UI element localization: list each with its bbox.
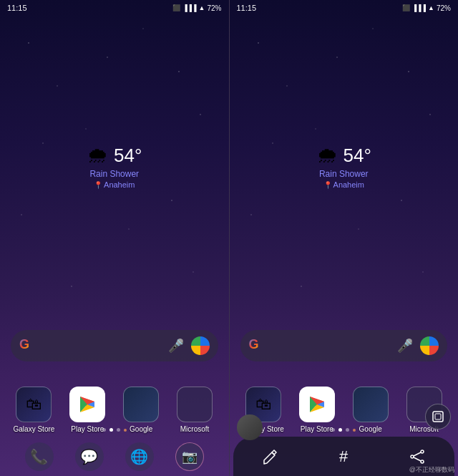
svg-line-7 — [414, 457, 421, 461]
messages-icon: 💬 — [80, 448, 98, 465]
watermark: @不正经聊数码 — [409, 465, 454, 475]
share-icon — [409, 449, 425, 465]
google-icon-left[interactable] — [123, 387, 159, 422]
play-store-label-right: Play Store — [301, 425, 333, 433]
google-container-left[interactable]: Google — [118, 387, 165, 433]
play-icon-inner-left — [69, 387, 105, 422]
play-store-icon-right[interactable] — [299, 387, 335, 422]
right-phone-screen: 11:15 ⬛ ▐▐▐ ▲ 72% 🌧 54° Rain Shower 📍 An… — [230, 0, 459, 476]
weather-temp-right: 54° — [344, 145, 371, 167]
svg-point-5 — [411, 455, 414, 458]
phone-dock-icon-left[interactable]: 📞 — [25, 442, 54, 471]
svg-line-6 — [414, 452, 421, 456]
weather-desc-right: Rain Shower — [319, 169, 369, 179]
wifi-icon: ▲ — [199, 4, 205, 11]
weather-main-left: 🌧 54° — [87, 143, 142, 167]
play-store-icon-left[interactable] — [69, 387, 105, 422]
wifi-icon-right: ▲ — [428, 4, 434, 11]
google-label-left: Google — [130, 425, 152, 433]
play-svg-left — [77, 394, 97, 414]
svg-point-3 — [421, 450, 424, 453]
microsoft-icon-left[interactable] — [177, 387, 213, 422]
weather-widget-left: 🌧 54° Rain Shower 📍 Anaheim — [87, 143, 142, 189]
dot-r-orange — [353, 429, 356, 432]
search-bar-right[interactable]: G 🎤 — [240, 330, 448, 361]
status-time-right: 11:15 — [237, 4, 257, 12]
signal-icon-right: ▐▐▐ — [412, 4, 426, 11]
galaxy-bag-icon-right: 🛍 — [255, 395, 271, 414]
dot-orange — [124, 429, 127, 432]
chrome-icon: 🌐 — [130, 448, 148, 465]
phone-icon: 📞 — [30, 448, 48, 465]
dot-active — [109, 428, 113, 432]
screenshot-icon — [432, 410, 444, 423]
mic-icon-right[interactable]: 🎤 — [397, 338, 413, 354]
dot-r3 — [346, 428, 349, 432]
weather-location-right: 📍 Anaheim — [323, 180, 364, 189]
galaxy-store-icon-left[interactable]: 🛍 — [16, 387, 52, 422]
svg-rect-1 — [433, 412, 443, 422]
status-bar-left: 11:15 ⬛ ▐▐▐ ▲ 72% — [0, 0, 229, 16]
weather-icon-left: 🌧 — [87, 143, 108, 167]
galaxy-store-label-left: Galaxy Store — [14, 425, 55, 433]
dot-r-active — [338, 428, 342, 432]
hashtag-toolbar-btn[interactable]: # — [329, 442, 358, 471]
google-container-right[interactable]: Google — [347, 387, 394, 433]
weather-temp-left: 54° — [114, 145, 142, 167]
battery-level-left: 72% — [207, 4, 221, 12]
microsoft-label-left: Microsoft — [180, 425, 210, 433]
battery-level-right: 72% — [437, 4, 451, 12]
camera-icon: 📷 — [182, 449, 198, 465]
status-time-left: 11:15 — [7, 4, 27, 12]
play-store-container-right[interactable]: Play Store — [293, 387, 340, 433]
screenshot-button[interactable] — [425, 404, 451, 429]
edit-icon — [262, 449, 278, 465]
status-icons-left: ⬛ ▐▐▐ ▲ 72% — [172, 4, 221, 12]
status-bar-right: 11:15 ⬛ ▐▐▐ ▲ 72% — [230, 0, 459, 16]
play-store-label-left: Play Store — [71, 425, 104, 433]
dot-3 — [117, 428, 120, 432]
messages-dock-icon-left[interactable]: 💬 — [75, 442, 104, 471]
galaxy-bag-icon: 🛍 — [26, 395, 42, 414]
play-icon-inner-right — [299, 387, 335, 422]
dot-r1 — [331, 428, 335, 432]
svg-rect-2 — [435, 414, 441, 419]
search-bar-left[interactable]: G 🎤 — [11, 330, 218, 361]
play-store-container-left[interactable]: Play Store — [64, 387, 111, 433]
left-phone-screen: 11:15 ⬛ ▐▐▐ ▲ 72% 🌧 54° Rain Shower 📍 An… — [0, 0, 229, 476]
camera-dock-icon-left[interactable]: 📷 — [175, 442, 204, 471]
app-dock-left: 🛍 Galaxy Store Play Store — [0, 387, 229, 433]
pin-icon-right: 📍 — [323, 181, 332, 189]
dot-1 — [102, 428, 106, 432]
lens-icon-left[interactable] — [191, 336, 210, 355]
weather-desc-left: Rain Shower — [89, 169, 139, 179]
bottom-dock-left: 📞 💬 🌐 📷 — [0, 437, 229, 476]
weather-main-right: 🌧 54° — [316, 143, 371, 167]
google-label-right: Google — [359, 425, 382, 433]
photo-icon: ⬛ — [172, 4, 180, 11]
google-g-right: G — [249, 337, 266, 354]
weather-widget-right: 🌧 54° Rain Shower 📍 Anaheim — [316, 143, 371, 189]
google-icon-right[interactable] — [353, 387, 389, 422]
svg-point-4 — [421, 460, 424, 463]
google-g-left: G — [19, 337, 36, 354]
edit-toolbar-btn[interactable] — [255, 442, 284, 471]
pin-icon-left: 📍 — [94, 181, 102, 189]
mic-icon-left[interactable]: 🎤 — [168, 338, 184, 354]
weather-location-left: 📍 Anaheim — [94, 180, 135, 189]
app-dock-right: 🛍 Galaxy Store Play Store — [230, 387, 459, 433]
galaxy-store-container-left[interactable]: 🛍 Galaxy Store — [11, 387, 57, 433]
dots-indicator-right — [331, 428, 356, 432]
status-icons-right: ⬛ ▐▐▐ ▲ 72% — [402, 4, 451, 12]
play-svg-right — [307, 394, 327, 414]
weather-icon-right: 🌧 — [316, 143, 338, 167]
chrome-dock-icon-left[interactable]: 🌐 — [125, 442, 154, 471]
lens-icon-right[interactable] — [420, 336, 439, 355]
microsoft-container-left[interactable]: Microsoft — [172, 387, 218, 433]
dots-indicator-left — [102, 428, 127, 432]
profile-avatar — [237, 414, 263, 440]
photo-icon-right: ⬛ — [402, 4, 410, 11]
signal-icon: ▐▐▐ — [182, 4, 196, 11]
